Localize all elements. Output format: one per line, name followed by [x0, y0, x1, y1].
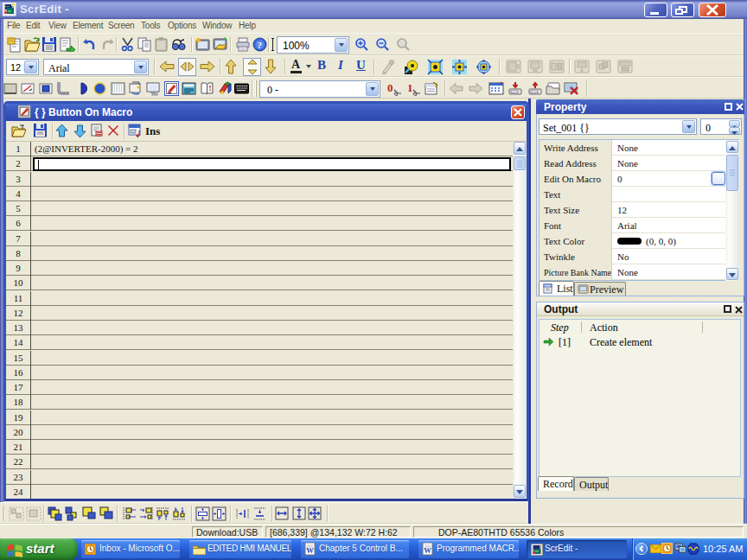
svg-text:?: ? [258, 40, 263, 50]
svg-text:W: W [306, 546, 314, 555]
svg-text:1: 1 [407, 81, 413, 94]
svg-text:0: 0 [387, 81, 393, 94]
svg-text:!: ! [209, 84, 212, 92]
svg-text:W: W [424, 546, 431, 555]
